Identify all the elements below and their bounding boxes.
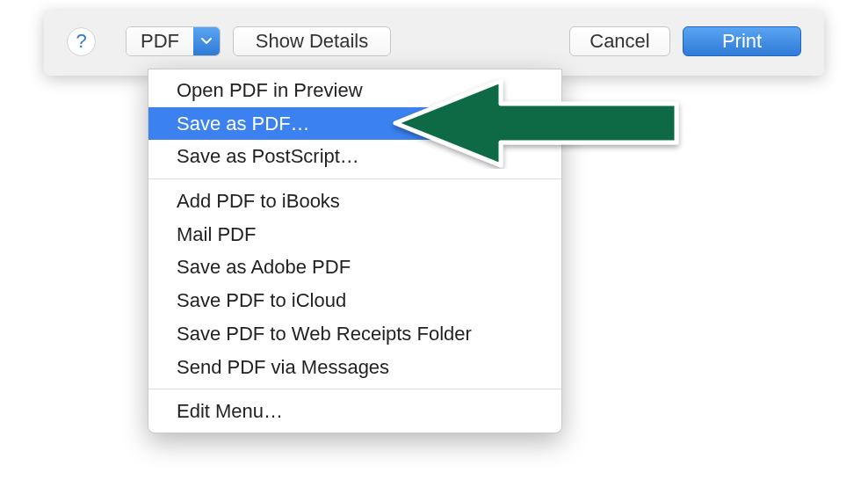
toolbar: ? PDF Show Details Cancel Print bbox=[67, 26, 801, 56]
menu-item-add-pdf-ibooks[interactable]: Add PDF to iBooks bbox=[148, 185, 561, 218]
show-details-label: Show Details bbox=[256, 30, 368, 53]
cancel-button[interactable]: Cancel bbox=[569, 26, 670, 56]
menu-item-open-pdf-preview[interactable]: Open PDF in Preview bbox=[148, 74, 561, 107]
menu-item-mail-pdf[interactable]: Mail PDF bbox=[148, 218, 561, 251]
help-button[interactable]: ? bbox=[67, 27, 96, 56]
chevron-down-icon bbox=[193, 27, 220, 55]
print-dialog-footer: ? PDF Show Details Cancel Print bbox=[44, 11, 824, 76]
menu-item-edit-menu[interactable]: Edit Menu… bbox=[148, 395, 561, 428]
print-button[interactable]: Print bbox=[683, 26, 801, 56]
pdf-dropdown[interactable]: PDF bbox=[126, 26, 221, 56]
menu-item-save-pdf-icloud[interactable]: Save PDF to iCloud bbox=[148, 284, 561, 317]
menu-item-save-pdf-web-receipts[interactable]: Save PDF to Web Receipts Folder bbox=[148, 317, 561, 351]
menu-separator bbox=[148, 389, 561, 389]
menu-item-save-as-pdf[interactable]: Save as PDF… bbox=[148, 107, 561, 141]
menu-item-save-adobe-pdf[interactable]: Save as Adobe PDF bbox=[148, 251, 561, 284]
print-label: Print bbox=[722, 30, 762, 53]
cancel-label: Cancel bbox=[590, 30, 649, 53]
pdf-dropdown-menu: Open PDF in Preview Save as PDF… Save as… bbox=[148, 69, 562, 433]
menu-separator bbox=[148, 178, 561, 179]
help-icon: ? bbox=[76, 30, 86, 53]
menu-item-send-pdf-messages[interactable]: Send PDF via Messages bbox=[148, 351, 561, 384]
pdf-dropdown-label: PDF bbox=[127, 27, 193, 55]
menu-item-save-as-postscript[interactable]: Save as PostScript… bbox=[148, 140, 561, 173]
show-details-button[interactable]: Show Details bbox=[233, 26, 391, 56]
